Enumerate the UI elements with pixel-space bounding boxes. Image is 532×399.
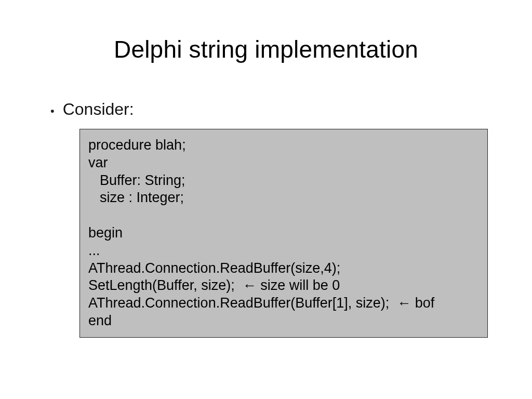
slide-title: Delphi string implementation xyxy=(49,35,483,63)
bullet-item: • Consider: xyxy=(50,100,483,119)
code-line: begin xyxy=(88,224,479,242)
code-block: procedure blah; var Buffer: String; size… xyxy=(79,129,488,338)
slide: Delphi string implementation • Consider:… xyxy=(0,0,532,399)
code-line: procedure blah; xyxy=(88,137,479,154)
code-line: ... xyxy=(88,242,479,260)
code-line: var xyxy=(88,154,479,172)
code-blank-line xyxy=(88,207,479,224)
code-line: AThread.Connection.ReadBuffer(Buffer[1],… xyxy=(88,295,479,312)
code-line: SetLength(Buffer, size); ← size will be … xyxy=(88,277,479,295)
code-line: end xyxy=(88,312,479,330)
code-line: Buffer: String; xyxy=(88,172,479,190)
code-line: AThread.Connection.ReadBuffer(size,4); xyxy=(88,260,479,277)
bullet-text: Consider: xyxy=(63,100,134,119)
bullet-dot-icon: • xyxy=(50,103,55,119)
code-line: size : Integer; xyxy=(88,189,479,207)
